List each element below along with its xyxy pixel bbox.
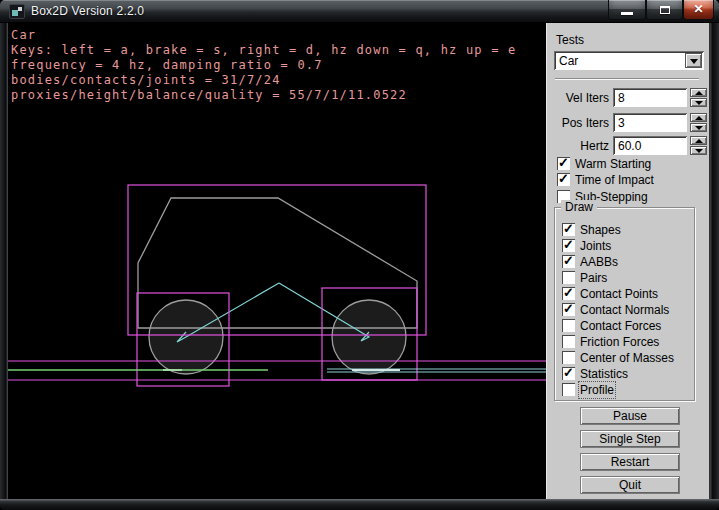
pairs-checkbox[interactable]: [562, 271, 575, 284]
single-step-button[interactable]: Single Step: [580, 430, 680, 448]
hertz-row: Hertz: [547, 136, 710, 155]
maximize-icon: [660, 6, 670, 14]
restart-button[interactable]: Restart: [580, 453, 680, 471]
hertz-input[interactable]: [613, 136, 687, 155]
close-icon: ✕: [684, 2, 713, 16]
stepper-up-button[interactable]: [690, 136, 707, 145]
arrow-down-icon: [695, 101, 703, 105]
hertz-stepper[interactable]: [690, 136, 707, 155]
center-of-masses-label: Center of Masses: [580, 351, 674, 365]
pos-iters-input[interactable]: [613, 113, 687, 132]
contact-forces-label: Contact Forces: [580, 319, 661, 333]
panel-separator: [555, 78, 699, 80]
draw-group-label: Draw: [561, 200, 597, 214]
tests-dropdown[interactable]: Car: [554, 51, 704, 70]
tests-dropdown-button[interactable]: [685, 53, 702, 68]
window-title: Box2D Version 2.2.0: [31, 4, 144, 18]
draw-group: Draw Shapes Joints AABBs Pairs Contact P…: [554, 207, 695, 401]
contact-points-label: Contact Points: [580, 287, 658, 301]
vel-iters-row: Vel Iters: [547, 88, 710, 107]
arrow-down-icon: [695, 126, 703, 130]
window-frame-bottom: [0, 499, 719, 510]
pause-button[interactable]: Pause: [580, 407, 680, 425]
joints-label: Joints: [580, 239, 611, 253]
profile-checkbox[interactable]: [562, 383, 575, 396]
aabbs-label: AABBs: [580, 255, 618, 269]
vel-iters-stepper[interactable]: [690, 88, 707, 107]
warm-starting-checkbox[interactable]: [557, 157, 570, 170]
control-panel: Tests Car Vel Iters Pos Iters: [546, 23, 709, 499]
title-bar[interactable]: Box2D Version 2.2.0 ✕: [0, 0, 719, 23]
debug-stats-text: Car Keys: left = a, brake = s, right = d…: [11, 28, 516, 103]
vel-iters-label: Vel Iters: [547, 91, 609, 105]
close-button[interactable]: ✕: [683, 0, 714, 20]
stepper-down-button[interactable]: [690, 98, 707, 107]
stepper-up-button[interactable]: [690, 113, 707, 122]
quit-button[interactable]: Quit: [580, 476, 680, 494]
window-frame-left: [0, 23, 8, 499]
minimize-button[interactable]: [608, 0, 646, 20]
stats-line: proxies/height/balance/quality = 55/7/1/…: [11, 88, 407, 102]
shapes-label: Shapes: [580, 223, 621, 237]
window-frame-right: [709, 23, 719, 499]
contact-forces-checkbox[interactable]: [562, 319, 575, 332]
arrow-down-icon: [695, 149, 703, 153]
tests-label: Tests: [556, 33, 584, 47]
stats-line: frequency = 4 hz, damping ratio = 0.7: [11, 58, 323, 72]
simulation-viewport[interactable]: Car Keys: left = a, brake = s, right = d…: [8, 23, 546, 499]
contact-normals-label: Contact Normals: [580, 303, 669, 317]
box2d-testbed-window: Box2D Version 2.2.0 ✕: [0, 0, 719, 510]
stepper-down-button[interactable]: [690, 146, 707, 155]
joints-checkbox[interactable]: [562, 239, 575, 252]
stats-line: bodies/contacts/joints = 31/7/24: [11, 73, 281, 87]
arrow-up-icon: [695, 139, 703, 143]
time-of-impact-checkbox[interactable]: [557, 173, 570, 186]
friction-forces-label: Friction Forces: [580, 335, 659, 349]
chevron-down-icon: [690, 59, 698, 64]
tests-dropdown-value: Car: [559, 54, 578, 68]
maximize-button[interactable]: [646, 0, 683, 20]
pairs-label: Pairs: [580, 271, 607, 285]
friction-forces-checkbox[interactable]: [562, 335, 575, 348]
app-icon: [9, 4, 25, 19]
statistics-label: Statistics: [580, 367, 628, 381]
warm-starting-label: Warm Starting: [575, 157, 651, 171]
profile-label: Profile: [580, 383, 614, 397]
aabbs-checkbox[interactable]: [562, 255, 575, 268]
minimize-icon: [621, 12, 633, 15]
vel-iters-input[interactable]: [613, 88, 687, 107]
arrow-up-icon: [695, 91, 703, 95]
stepper-up-button[interactable]: [690, 88, 707, 97]
stats-line: Keys: left = a, brake = s, right = d, hz…: [11, 43, 516, 57]
arrow-up-icon: [695, 116, 703, 120]
statistics-checkbox[interactable]: [562, 367, 575, 380]
shapes-checkbox[interactable]: [562, 223, 575, 236]
contact-points-checkbox[interactable]: [562, 287, 575, 300]
stepper-down-button[interactable]: [690, 123, 707, 132]
pos-iters-label: Pos Iters: [547, 116, 609, 130]
contact-normals-checkbox[interactable]: [562, 303, 575, 316]
pos-iters-row: Pos Iters: [547, 113, 710, 132]
stats-line: Car: [11, 28, 36, 42]
center-of-masses-checkbox[interactable]: [562, 351, 575, 364]
pos-iters-stepper[interactable]: [690, 113, 707, 132]
time-of-impact-label: Time of Impact: [575, 173, 654, 187]
hertz-label: Hertz: [547, 139, 609, 153]
